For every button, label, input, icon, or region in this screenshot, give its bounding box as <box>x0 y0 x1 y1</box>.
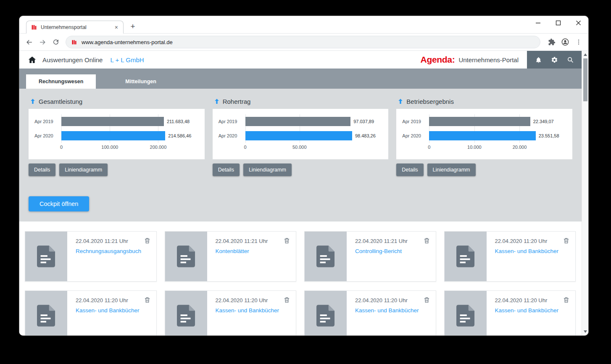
new-tab-button[interactable]: + <box>127 21 139 32</box>
linechart-button[interactable]: Liniendiagramm <box>427 164 476 176</box>
trend-up-icon <box>213 98 220 105</box>
maximize-button[interactable] <box>554 18 562 27</box>
document-thumbnail <box>165 232 207 281</box>
document-card[interactable]: 22.04.2020 11:20 Uhr Kassen- und Bankbüc… <box>304 290 436 335</box>
company-link[interactable]: L + L GmbH <box>110 56 144 63</box>
document-title-link[interactable]: Kassen- und Bankbücher <box>495 248 571 254</box>
details-button[interactable]: Details <box>29 164 55 176</box>
delete-document-button[interactable] <box>283 237 291 245</box>
reload-icon <box>52 38 60 46</box>
document-timestamp: 22.04.2020 11:20 Uhr <box>76 297 151 303</box>
document-body: 22.04.2020 11:20 Uhr Kassen- und Bankbüc… <box>487 291 576 335</box>
kpi-title: Betriebsergebnis <box>397 97 572 106</box>
window-controls <box>534 18 582 27</box>
chart-track: 22.349,07 <box>429 117 565 126</box>
settings-button[interactable] <box>550 55 559 64</box>
delete-document-button[interactable] <box>563 296 570 304</box>
document-timestamp: 22.04.2020 11:20 Uhr <box>355 297 431 303</box>
document-card[interactable]: 22.04.2020 11:21 Uhr Controlling-Bericht <box>304 231 436 282</box>
details-button[interactable]: Details <box>213 164 240 176</box>
browser-menu-button[interactable] <box>572 36 585 48</box>
scrollbar-up-icon[interactable] <box>584 53 587 56</box>
kpi-group-rohertrag: Rohertrag Apr 201997.037,89Apr 202098.48… <box>213 96 389 176</box>
details-button[interactable]: Details <box>396 164 423 176</box>
agenda-brand-logo: Agenda: <box>421 55 455 65</box>
chart-axis: 0100.000200.000 <box>61 143 197 150</box>
kpi-buttons: Details Liniendiagramm <box>396 164 572 176</box>
document-card[interactable]: 22.04.2020 11:21 Uhr Rechnungsausgangsbu… <box>25 231 157 282</box>
document-title-link[interactable]: Controlling-Bericht <box>355 248 431 254</box>
document-timestamp: 22.04.2020 11:20 Uhr <box>216 297 291 303</box>
search-icon <box>567 56 574 63</box>
document-title-link[interactable]: Kassen- und Bankbücher <box>495 307 571 314</box>
documents-grid: 22.04.2020 11:21 Uhr Rechnungsausgangsbu… <box>25 231 576 335</box>
delete-document-button[interactable] <box>423 237 431 245</box>
document-title-link[interactable]: Kontenblätter <box>216 248 291 254</box>
chart-row: Apr 201922.349,07 <box>402 114 565 129</box>
chart-value-label: 214.586,46 <box>168 133 191 138</box>
agenda-favicon-icon <box>31 24 37 31</box>
delete-document-button[interactable] <box>144 237 151 245</box>
delete-document-button[interactable] <box>283 296 291 304</box>
page-scrollbar[interactable] <box>582 51 588 335</box>
chart-row: Apr 201997.037,89 <box>219 114 381 129</box>
document-card[interactable]: 22.04.2020 11:20 Uhr Kassen- und Bankbüc… <box>444 290 576 335</box>
scrollbar-down-icon[interactable] <box>584 330 587 333</box>
kpi-group-betriebsergebnis: Betriebsergebnis Apr 201922.349,07Apr 20… <box>396 96 572 176</box>
kpi-title-label: Rohertrag <box>223 98 251 105</box>
document-body: 22.04.2020 11:20 Uhr Kassen- und Bankbüc… <box>347 291 436 335</box>
chart-category-label: Apr 2020 <box>402 133 427 138</box>
cockpit-row: Cockpit öffnen <box>29 196 572 211</box>
document-card[interactable]: 22.04.2020 11:20 Uhr Kassen- und Bankbüc… <box>165 290 297 335</box>
address-bar[interactable]: www.agenda-unternehmens-portal.de <box>66 36 540 48</box>
document-title-link[interactable]: Kassen- und Bankbücher <box>355 307 431 314</box>
profile-button[interactable] <box>559 36 571 48</box>
linechart-button[interactable]: Liniendiagramm <box>243 164 292 176</box>
tab-close-icon[interactable]: × <box>113 24 120 31</box>
gear-icon <box>551 56 558 63</box>
trash-icon <box>144 237 151 244</box>
kpi-chart-card: Apr 201997.037,89Apr 202098.483,26 050.0… <box>213 109 389 159</box>
back-button[interactable] <box>23 36 35 48</box>
document-title-link[interactable]: Kassen- und Bankbücher <box>76 307 151 314</box>
document-body: 22.04.2020 11:21 Uhr Kontenblätter <box>207 232 296 281</box>
trash-icon <box>563 237 570 244</box>
chart-axis-tick: 0 <box>428 145 430 150</box>
linechart-button[interactable]: Liniendiagramm <box>59 164 108 176</box>
document-title-link[interactable]: Kassen- und Bankbücher <box>216 307 291 314</box>
forward-button[interactable] <box>36 36 49 48</box>
agenda-favicon-icon <box>71 39 77 45</box>
search-button[interactable] <box>566 55 575 64</box>
chart-axis-tick: 100.000 <box>101 145 118 150</box>
trend-up-icon <box>29 98 36 105</box>
kpi-title: Gesamtleistung <box>29 97 205 106</box>
document-card[interactable]: 22.04.2020 11:20 Uhr Kassen- und Bankbüc… <box>444 231 576 282</box>
browser-window: Unternehmensportal × + www.agenda-untern… <box>19 16 588 335</box>
document-title-link[interactable]: Rechnungsausgangsbuch <box>76 248 151 254</box>
tab-rechnungswesen[interactable]: Rechnungswesen <box>26 74 96 89</box>
notifications-button[interactable] <box>534 55 543 64</box>
extensions-button[interactable] <box>545 36 558 48</box>
delete-document-button[interactable] <box>423 296 431 304</box>
reload-button[interactable] <box>50 36 62 48</box>
home-button[interactable] <box>27 55 37 65</box>
document-card[interactable]: 22.04.2020 11:20 Uhr Kassen- und Bankbüc… <box>25 290 157 335</box>
trash-icon <box>283 296 290 303</box>
document-timestamp: 22.04.2020 11:21 Uhr <box>355 238 431 244</box>
document-card[interactable]: 22.04.2020 11:21 Uhr Kontenblätter <box>165 231 297 282</box>
kpi-buttons: Details Liniendiagramm <box>29 164 205 176</box>
chart-track: 97.037,89 <box>245 117 381 126</box>
close-button[interactable] <box>574 18 582 27</box>
document-body: 22.04.2020 11:21 Uhr Rechnungsausgangsbu… <box>67 232 156 281</box>
tab-mitteilungen[interactable]: Mitteilungen <box>113 74 169 89</box>
delete-document-button[interactable] <box>563 237 570 245</box>
chart-bar <box>61 131 165 140</box>
minimize-button[interactable] <box>534 18 542 27</box>
delete-document-button[interactable] <box>144 296 151 304</box>
document-thumbnail <box>25 232 67 281</box>
kpi-title-label: Gesamtleistung <box>39 98 82 105</box>
browser-tab[interactable]: Unternehmensportal × <box>26 21 124 34</box>
scrollbar-thumb[interactable] <box>583 58 587 101</box>
cockpit-open-button[interactable]: Cockpit öffnen <box>29 196 89 211</box>
chart-body: Apr 2019211.683,48Apr 2020214.586,46 <box>34 114 197 143</box>
